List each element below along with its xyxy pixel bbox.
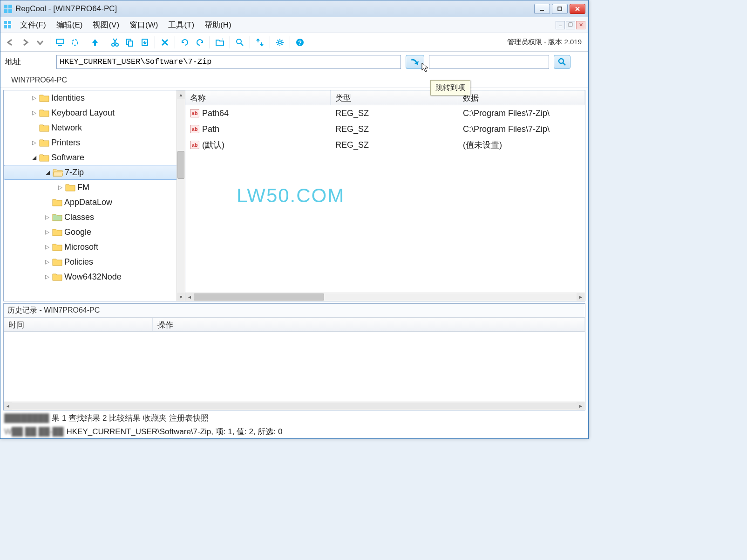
svg-point-27	[278, 41, 281, 44]
search-input[interactable]	[429, 55, 549, 69]
chevron-down-icon[interactable]: ◢	[44, 169, 51, 176]
history-panel: 历史记录 - WIN7PRO64-PC 时间 操作 ◄ ►	[3, 303, 585, 410]
scroll-up-icon[interactable]: ▲	[177, 90, 185, 99]
window-title: RegCool - [WIN7PRO64-PC]	[15, 4, 534, 14]
tree-item[interactable]: ▷Identities	[4, 90, 185, 105]
list-row[interactable]: ab(默认)REG_SZ(值未设置)	[185, 137, 585, 153]
tree-item[interactable]: ◢7-Zip	[4, 165, 185, 180]
menu-file[interactable]: 文件(F)	[15, 18, 51, 32]
svg-text:?: ?	[298, 39, 302, 46]
settings-icon[interactable]	[274, 36, 286, 48]
scroll-left-icon[interactable]: ◄	[185, 293, 194, 301]
value-name: Path64	[202, 109, 229, 118]
chevron-right-icon[interactable]: ▷	[31, 109, 37, 116]
menu-help[interactable]: 帮助(H)	[200, 18, 236, 32]
history-hscrollbar[interactable]: ◄ ►	[4, 402, 585, 410]
paste-icon[interactable]	[139, 36, 151, 48]
scroll-right-icon[interactable]: ►	[577, 402, 585, 410]
folder-icon	[39, 153, 49, 162]
scroll-left-icon[interactable]: ◄	[4, 402, 12, 410]
svg-point-30	[559, 59, 564, 63]
bottom-tabs[interactable]: ████████ 果 1 查找结果 2 比较结果 收藏夹 注册表快照	[0, 411, 588, 425]
tree-item[interactable]: ▷Classes	[4, 210, 185, 225]
chevron-right-icon[interactable]: ▷	[31, 139, 37, 146]
close-button[interactable]	[570, 4, 585, 14]
chevron-right-icon[interactable]: ▷	[44, 244, 50, 250]
chevron-right-icon[interactable]: ▷	[44, 273, 50, 280]
nav-forward-button[interactable]	[19, 36, 31, 48]
nav-dropdown-button[interactable]	[34, 36, 46, 48]
history-col-operation[interactable]: 操作	[153, 318, 585, 331]
menu-view[interactable]: 视图(V)	[88, 18, 124, 32]
tree-item[interactable]: ▷FM	[4, 180, 185, 195]
chevron-right-icon[interactable]: ▷	[44, 229, 50, 235]
refresh-icon[interactable]	[69, 36, 81, 48]
scroll-thumb[interactable]	[194, 294, 324, 300]
tree-item[interactable]: ◢Software	[4, 150, 185, 165]
mdi-restore-button[interactable]: ❐	[566, 21, 575, 29]
tree-item[interactable]: ▷Microsoft	[4, 239, 185, 254]
mdi-minimize-button[interactable]: –	[556, 21, 565, 29]
tree-item[interactable]: ▷Keyboard Layout	[4, 105, 185, 120]
folder-icon	[52, 273, 62, 281]
titlebar[interactable]: RegCool - [WIN7PRO64-PC]	[0, 0, 588, 17]
tree-item-label: Keyboard Layout	[51, 108, 115, 118]
go-button[interactable]	[406, 55, 424, 69]
chevron-down-icon[interactable]: ◢	[31, 154, 37, 161]
mdi-close-button[interactable]: ✕	[576, 21, 585, 29]
up-button[interactable]	[89, 36, 101, 48]
cell-data: C:\Program Files\7-Zip\	[458, 124, 585, 134]
chevron-right-icon[interactable]: ▷	[57, 184, 63, 191]
folder-icon	[39, 109, 49, 117]
chevron-right-icon[interactable]: ▷	[31, 95, 37, 101]
scroll-down-icon[interactable]: ▼	[177, 293, 185, 301]
svg-line-26	[241, 43, 243, 46]
new-folder-icon[interactable]: +	[214, 36, 226, 48]
cut-icon[interactable]	[109, 36, 121, 48]
svg-rect-2	[4, 9, 7, 13]
list-hscrollbar[interactable]: ◄ ►	[185, 293, 585, 301]
copy-icon[interactable]	[124, 36, 136, 48]
tree-item[interactable]: AppDataLow	[4, 195, 185, 210]
tree-item[interactable]: ▷Printers	[4, 135, 185, 150]
col-data[interactable]: 数据	[458, 90, 585, 105]
nav-back-button[interactable]	[4, 36, 16, 48]
menu-tools[interactable]: 工具(T)	[163, 18, 199, 32]
list-row[interactable]: abPathREG_SZC:\Program Files\7-Zip\	[185, 121, 585, 137]
scroll-right-icon[interactable]: ►	[577, 293, 585, 301]
tree-scrollbar[interactable]: ▲ ▼	[177, 90, 185, 301]
svg-rect-0	[4, 5, 7, 8]
list-row[interactable]: abPath64REG_SZC:\Program Files\7-Zip\	[185, 105, 585, 121]
tree-item[interactable]: ▷Google	[4, 225, 185, 239]
history-col-time[interactable]: 时间	[4, 318, 153, 331]
tree-item-label: Software	[51, 153, 84, 163]
search-button[interactable]	[554, 55, 570, 69]
search-icon[interactable]	[234, 36, 246, 48]
app-icon	[3, 4, 13, 14]
undo-icon[interactable]	[179, 36, 191, 48]
toolbar-separator	[290, 36, 290, 48]
tree-item[interactable]: ▷Policies	[4, 254, 185, 269]
scroll-thumb[interactable]	[12, 403, 577, 410]
tree-item[interactable]: Network	[4, 120, 185, 135]
menu-edit[interactable]: 编辑(E)	[52, 18, 88, 32]
address-input[interactable]	[56, 55, 401, 69]
value-name: (默认)	[202, 139, 224, 150]
help-icon[interactable]: ?	[294, 36, 306, 48]
col-name[interactable]: 名称	[185, 90, 331, 105]
minimize-button[interactable]	[534, 4, 550, 14]
computer-icon[interactable]	[54, 36, 66, 48]
menu-window[interactable]: 窗口(W)	[125, 18, 163, 32]
tab-computer[interactable]: WIN7PRO64-PC	[4, 73, 74, 88]
svg-point-15	[112, 43, 115, 46]
history-title: 历史记录 - WIN7PRO64-PC	[4, 304, 585, 318]
toolbar-separator	[85, 36, 85, 48]
compare-icon[interactable]	[254, 36, 266, 48]
delete-icon[interactable]	[159, 36, 171, 48]
chevron-right-icon[interactable]: ▷	[44, 259, 50, 265]
scroll-thumb[interactable]	[177, 151, 184, 179]
tree-item[interactable]: ▷Wow6432Node	[4, 269, 185, 284]
chevron-right-icon[interactable]: ▷	[44, 214, 50, 220]
redo-icon[interactable]	[194, 36, 206, 48]
maximize-button[interactable]	[552, 4, 568, 14]
